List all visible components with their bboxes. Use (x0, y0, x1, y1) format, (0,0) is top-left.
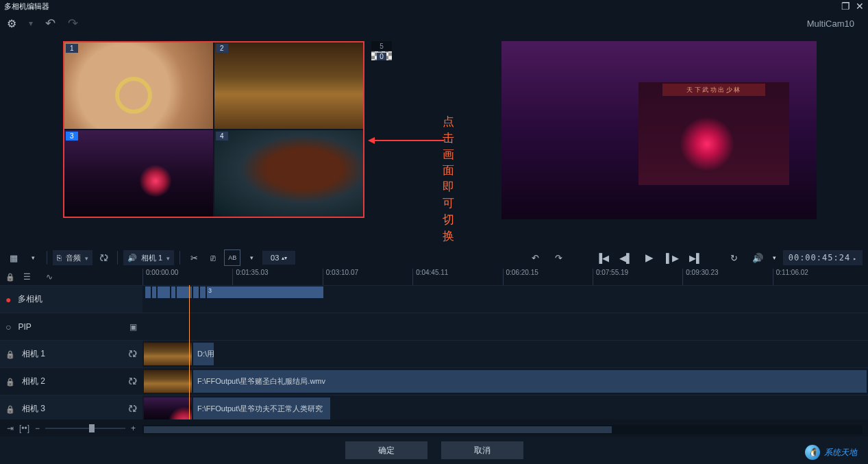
multicam-segment[interactable] (193, 286, 199, 298)
count-box[interactable]: 03 ▴▾ (262, 251, 295, 265)
sync-icon[interactable] (128, 349, 137, 359)
track-label: 相机 3 (22, 403, 45, 415)
timecode-display[interactable]: 00:00:45:24 (783, 250, 863, 265)
speaker-source-dropdown[interactable]: 🔊 相机 1 (123, 250, 174, 265)
zoom-slider[interactable] (45, 428, 125, 429)
zoom-out-icon[interactable]: − (35, 424, 40, 433)
close-icon[interactable]: ✕ (856, 1, 864, 12)
marker-range-icon[interactable]: [••] (19, 424, 29, 433)
track-label: PIP (18, 322, 31, 332)
lock-icon[interactable] (5, 350, 15, 359)
track-body-cam3[interactable]: F:\FFOutput\星爷功夫不正常人类研究 (142, 395, 868, 419)
track-head-pip[interactable]: PIP (0, 313, 142, 340)
playhead[interactable] (189, 285, 190, 419)
side-slot-bottom[interactable]: 0 (371, 51, 392, 60)
lock-icon[interactable] (5, 404, 15, 414)
track-head-cam2[interactable]: 相机 2 (0, 368, 142, 395)
go-start-icon[interactable]: ▐◀ (595, 249, 611, 266)
track-body-pip[interactable] (142, 313, 868, 340)
volume-icon[interactable]: 🔊 (749, 249, 766, 266)
time-ruler[interactable]: 0:00:00.00 0:01:35.03 0:03:10.07 0:04:45… (142, 269, 863, 285)
undo-icon[interactable] (45, 16, 55, 31)
tracks-container: 多相机 3 PIP 相机 1 (0, 285, 868, 419)
track-head-cam1[interactable]: 相机 1 (0, 341, 142, 367)
track-tool-icon[interactable]: ☰ (23, 272, 31, 282)
track-body-multicam[interactable]: 3 (142, 286, 868, 313)
play-icon[interactable]: ▶ (641, 249, 658, 266)
mid-control-bar: ▦ ▾ ⎘ 音频 🔊 相机 1 ✂ ⎚ AB ▾ 03 ▴▾ ↶ ↷ ▐◀ ◀▌… (0, 247, 868, 269)
volume-dropdown-icon[interactable]: ▾ (773, 254, 776, 261)
frame-back-icon[interactable]: ◀▌ (618, 249, 634, 266)
ok-button[interactable]: 确定 (345, 441, 427, 459)
lock-all-icon[interactable] (5, 272, 15, 282)
track-label: 相机 1 (22, 348, 45, 360)
camera-cell-3[interactable]: 3 (64, 130, 213, 217)
loop-icon[interactable]: ↻ (726, 249, 743, 266)
grid-layout-dropdown-icon[interactable]: ▾ (25, 249, 41, 266)
cancel-button[interactable]: 取消 (441, 441, 523, 459)
multicam-segment[interactable] (171, 286, 175, 298)
audio-source-dropdown[interactable]: ⎘ 音频 (53, 250, 92, 265)
multicam-segment[interactable] (152, 286, 156, 298)
camera-cell-4[interactable]: 4 (214, 130, 363, 217)
lock-icon[interactable] (5, 377, 15, 387)
preview-glow (680, 117, 734, 171)
textbox-dropdown-icon[interactable]: ▾ (243, 249, 260, 266)
camera-thumb-4 (214, 130, 363, 217)
side-slot-top[interactable]: 5 (371, 41, 392, 50)
grid-layout-icon[interactable]: ▦ (5, 249, 22, 266)
clip-thumb[interactable] (144, 370, 192, 393)
history-back-icon[interactable]: ↶ (528, 249, 544, 266)
clip-cam3[interactable]: F:\FFOutput\星爷功夫不正常人类研究 (193, 398, 330, 419)
camera-cell-1[interactable]: 1 (64, 42, 213, 129)
scissors-icon[interactable]: ✂ (186, 249, 202, 266)
clip-cam2[interactable]: F:\FFOutput\星爷赌圣白礼服结局.wmv (193, 370, 867, 393)
camera-badge: 1 (66, 44, 78, 53)
clip-thumb[interactable] (144, 398, 192, 419)
preview-sign: 天 下 武 功 出 少 林 (662, 84, 765, 96)
track-cam1: 相机 1 D:\用 (0, 340, 868, 367)
track-pip: PIP (0, 313, 868, 340)
scrollbar-thumb[interactable] (144, 426, 612, 433)
cut-mode-icon[interactable]: ⎚ (205, 249, 221, 266)
text-box-icon[interactable]: AB (224, 249, 240, 266)
multicam-segment[interactable] (200, 286, 206, 298)
clip-thumb[interactable] (144, 343, 192, 365)
track-label: 相机 2 (22, 376, 45, 387)
frame-fwd-icon[interactable]: ▌▶ (665, 249, 681, 266)
fit-icon[interactable]: ⇥ (7, 424, 14, 433)
track-body-cam1[interactable]: D:\用 (142, 341, 868, 367)
track-body-cam2[interactable]: F:\FFOutput\星爷赌圣白礼服结局.wmv (142, 368, 868, 395)
gear-icon[interactable] (7, 17, 16, 30)
zoom-bar: ⇥ [••] − + (0, 419, 142, 437)
camera-badge: 4 (216, 132, 228, 141)
sync-icon[interactable] (128, 376, 137, 387)
timeline-header-tools: ☰ ∿ (0, 269, 142, 285)
watermark-text: 系统天地 (824, 447, 857, 459)
clip-cam1[interactable]: D:\用 (193, 343, 214, 365)
refresh-icon[interactable] (95, 249, 112, 266)
track-head-multicam[interactable]: 多相机 (0, 286, 142, 313)
camera-cell-2[interactable]: 2 (214, 42, 363, 129)
multicam-segment[interactable] (145, 286, 151, 298)
timeline-scrollbar[interactable] (142, 425, 863, 435)
multicam-segment[interactable] (158, 286, 170, 298)
window-title: 多相机编辑器 (4, 1, 49, 12)
waveform-icon[interactable]: ∿ (46, 272, 53, 282)
sync-icon[interactable] (128, 404, 137, 414)
multicam-segment-3[interactable]: 3 (207, 286, 323, 298)
preview-monitor[interactable]: 天 下 武 功 出 少 林 (501, 41, 817, 219)
zoom-handle[interactable] (89, 424, 95, 432)
watermark-icon: 🐧 (805, 445, 820, 460)
redo-icon[interactable] (68, 16, 78, 31)
multicam-grid-panel: 1 2 3 4 5 0 点击画面 即可切换 (5, 37, 449, 247)
restore-icon[interactable]: ❐ (841, 1, 850, 12)
camera-side-strip: 5 0 (371, 41, 392, 60)
go-end-icon[interactable]: ▶▌ (688, 249, 704, 266)
zoom-in-icon[interactable]: + (131, 424, 136, 433)
history-fwd-icon[interactable]: ↷ (551, 249, 567, 266)
audio-dropdown-label: 音频 (66, 253, 81, 263)
pip-icon[interactable] (129, 322, 137, 332)
ruler-tick: 0:01:35.03 (232, 269, 322, 285)
track-head-cam3[interactable]: 相机 3 (0, 395, 142, 419)
